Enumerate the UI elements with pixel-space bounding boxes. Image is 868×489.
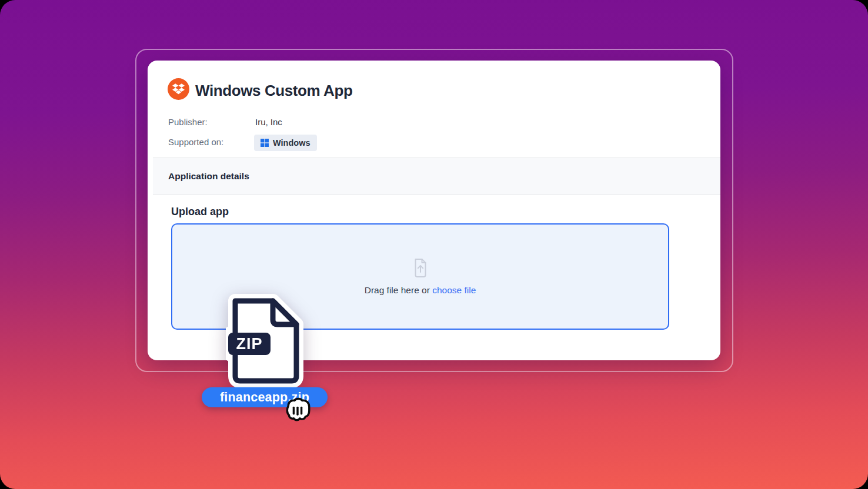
zip-file-icon[interactable]: ZIP xyxy=(226,292,305,394)
page-title: Windows Custom App xyxy=(195,82,352,100)
file-upload-icon xyxy=(412,258,429,277)
supported-on-label: Supported on: xyxy=(168,137,223,147)
upload-app-heading: Upload app xyxy=(171,206,229,218)
windows-logo-icon xyxy=(261,139,269,147)
windows-badge-label: Windows xyxy=(273,138,311,148)
grabbing-hand-cursor-icon xyxy=(281,392,315,428)
publisher-value: Iru, Inc xyxy=(255,117,282,127)
gradient-background: Windows Custom App Publisher: Iru, Inc S… xyxy=(0,0,868,489)
choose-file-link[interactable]: choose file xyxy=(432,285,476,295)
windows-badge: Windows xyxy=(254,135,317,151)
publisher-label: Publisher: xyxy=(168,117,208,127)
dropzone-text: Drag file here or xyxy=(365,285,432,295)
section-title: Application details xyxy=(168,158,249,194)
dropbox-logo-icon xyxy=(168,78,189,100)
dropzone-instruction: Drag file here or choose file xyxy=(365,285,476,296)
section-header-band: Application details xyxy=(153,158,720,195)
zip-type-label: ZIP xyxy=(236,335,262,353)
